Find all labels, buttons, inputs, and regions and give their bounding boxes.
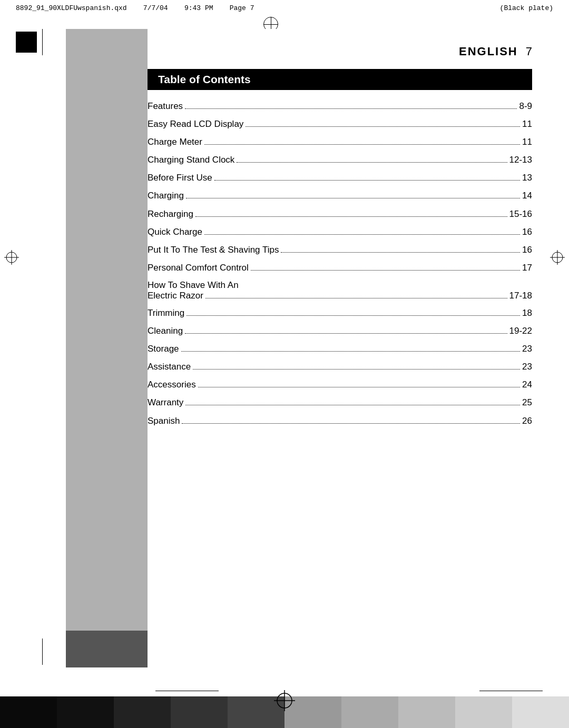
toc-entry-10: How To Shave With An Electric Razor 17-1… (148, 280, 532, 301)
gray-sidebar (66, 29, 148, 667)
english-header: ENGLISH 7 (148, 29, 543, 64)
toc-entry-14: Assistance 23 (148, 361, 532, 373)
toc-entry-3: Charging Stand Clock 12-13 (148, 154, 532, 166)
toc-entry-4: Before First Use 13 (148, 172, 532, 184)
toc-entries: Features 8-9 Easy Read LCD Display 11 Ch… (148, 101, 532, 427)
toc-title: Table of Contents (148, 69, 532, 90)
crosshair-bottom-center (274, 690, 295, 713)
header-bar: 8892_91_90XLDFUwspanish.qxd 7/7/04 9:43 … (0, 4, 569, 12)
english-title: ENGLISH (459, 45, 518, 58)
color-swatch (57, 696, 114, 728)
toc-entry-17: Spanish 26 (148, 415, 532, 427)
color-swatch (398, 696, 455, 728)
dark-sidebar-block (66, 631, 148, 667)
color-swatch (0, 696, 57, 728)
color-swatch (341, 696, 398, 728)
color-swatch (512, 696, 569, 728)
toc-entry-1: Easy Read LCD Display 11 (148, 118, 532, 130)
color-swatch (171, 696, 228, 728)
toc-entry-12: Cleaning 19-22 (148, 325, 532, 337)
toc-entry-13: Storage 23 (148, 343, 532, 355)
toc-entry-9: Personal Comfort Control 17 (148, 262, 532, 274)
color-swatch (455, 696, 512, 728)
toc-entry-15: Accessories 24 (148, 379, 532, 391)
color-swatch (114, 696, 171, 728)
footer-area (0, 667, 569, 728)
footer-line-left (155, 691, 219, 691)
toc-container: Table of Contents Features 8-9 Easy Read… (148, 69, 543, 427)
toc-entry-6: Recharging 15-16 (148, 208, 532, 220)
toc-entry-8: Put It To The Test & Shaving Tips 16 (148, 244, 532, 256)
header-file-info: 8892_91_90XLDFUwspanish.qxd 7/7/04 9:43 … (16, 4, 254, 12)
footer-line-right (479, 691, 543, 691)
toc-entry-0: Features 8-9 (148, 101, 532, 112)
toc-entry-7: Quick Charge 16 (148, 226, 532, 238)
crosshair-right-mid (550, 250, 565, 267)
toc-entry-16: Warranty 25 (148, 397, 532, 408)
reg-line-left-bottom (42, 639, 43, 665)
page-number: 7 (526, 45, 532, 58)
reg-line-left-top (42, 29, 43, 55)
crosshair-left-mid (4, 250, 19, 267)
header-plate: (Black plate) (500, 4, 553, 12)
toc-entry-2: Charge Meter 11 (148, 136, 532, 148)
main-content: ENGLISH 7 Table of Contents Features 8-9… (148, 29, 543, 667)
toc-entry-11: Trimming 18 (148, 307, 532, 319)
toc-entry-5: Charging 14 (148, 190, 532, 202)
black-square-topleft (16, 32, 37, 53)
